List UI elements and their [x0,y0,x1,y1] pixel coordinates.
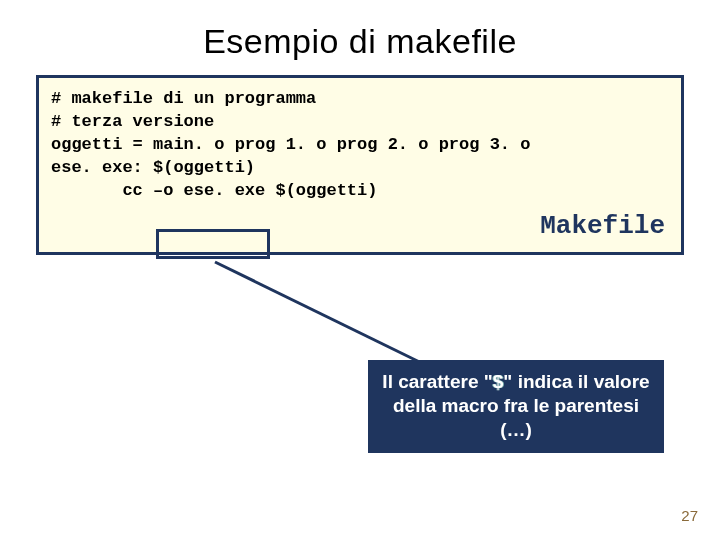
code-line: # terza versione [51,111,669,134]
code-line: cc –o ese. exe $(oggetti) [51,180,669,203]
code-box: # makefile di un programma # terza versi… [36,75,684,255]
code-line: ese. exe: $(oggetti) [51,157,669,180]
dollar-char: $ [493,371,504,392]
code-line: # makefile di un programma [51,88,669,111]
note-box: Il carattere "$" indica il valore della … [368,360,664,453]
note-text-prefix: Il carattere " [382,371,492,392]
code-line: oggetti = main. o prog 1. o prog 2. o pr… [51,134,669,157]
slide-title: Esempio di makefile [0,0,720,75]
svg-line-0 [215,262,440,372]
page-number: 27 [681,507,698,524]
makefile-label: Makefile [51,203,669,244]
